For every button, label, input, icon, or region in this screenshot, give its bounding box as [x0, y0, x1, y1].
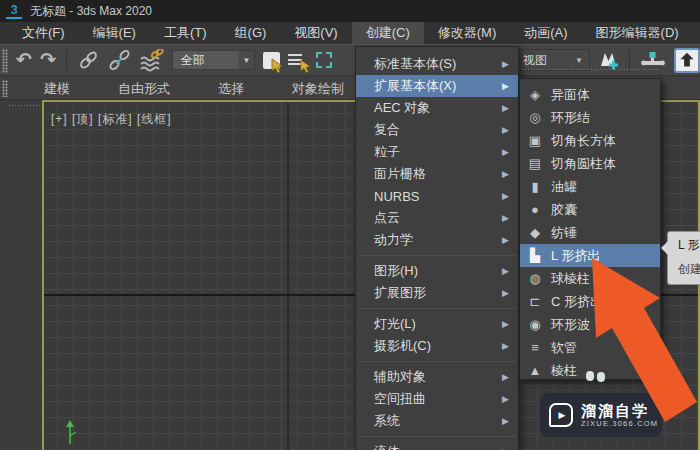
menubar-item[interactable]: 组(G) — [221, 22, 281, 44]
watermark-title: 溜溜自学 — [581, 402, 658, 419]
submenu-item-label: L 形挤出 — [551, 247, 600, 265]
menu-item-label: 空间扭曲 — [374, 390, 426, 408]
select-object-icon[interactable] — [263, 52, 280, 69]
submenu-item-label: 棱柱 — [551, 362, 577, 380]
submenu-item-label: 环形结 — [551, 109, 590, 127]
menu-item-label: AEC 对象 — [374, 99, 430, 117]
watermark-decoration-dot — [586, 371, 594, 381]
extended-primitives-submenu: ◈异面体◎环形结▣切角长方体▤切角圆柱体▮油罐●胶囊◆纺锤▙L 形挤出◍球棱柱⊏… — [519, 78, 661, 380]
3ds-max-logo-icon: 3 — [6, 3, 22, 19]
titlebar: 3 无标题 - 3ds Max 2020 — [0, 0, 700, 22]
create-menu-item[interactable]: 辅助对象▶ — [356, 366, 518, 388]
menu-item-label: 动力学 — [374, 231, 413, 249]
use-pivot-point-button[interactable] — [674, 48, 700, 73]
menu-separator — [358, 361, 516, 362]
create-menu-item[interactable]: 粒子▶ — [356, 141, 518, 163]
create-menu-item[interactable]: NURBS▶ — [356, 185, 518, 207]
submenu-item-label: 软管 — [551, 339, 577, 357]
create-menu-item[interactable]: 摄影机(C)▶ — [356, 335, 518, 357]
c-ext-icon: ⊏ — [527, 294, 543, 309]
submenu-arrow-icon: ▶ — [502, 125, 509, 135]
submenu-item[interactable]: ▮油罐 — [520, 175, 660, 198]
menu-item-label: 点云 — [374, 209, 400, 227]
unlink-selection-icon[interactable] — [108, 49, 131, 72]
undo-icon[interactable]: ↶ — [16, 49, 32, 71]
submenu-item[interactable]: ◉环形波 — [520, 313, 660, 336]
tooltip-description: 创建 — [678, 261, 700, 278]
submenu-item[interactable]: ◈异面体 — [520, 83, 660, 106]
submenu-item[interactable]: ▣切角长方体 — [520, 129, 660, 152]
create-menu-item[interactable]: 图形(H)▶ — [356, 260, 518, 282]
toolbar-overflow-dots — [518, 68, 658, 72]
create-menu-item[interactable]: 面片栅格▶ — [356, 163, 518, 185]
ribbon-tab[interactable]: 选择 — [194, 77, 268, 99]
create-menu-item[interactable]: 点云▶ — [356, 207, 518, 229]
submenu-arrow-icon: ▶ — [502, 235, 509, 245]
rectangular-selection-region-icon[interactable] — [316, 52, 332, 68]
create-menu-item[interactable]: 标准基本体(S)▶ — [356, 53, 518, 75]
create-menu-item[interactable]: AEC 对象▶ — [356, 97, 518, 119]
submenu-arrow-icon: ▶ — [502, 341, 509, 351]
spindle-icon: ◆ — [527, 225, 543, 240]
submenu-item-label: 纺锤 — [551, 224, 577, 242]
menu-separator — [358, 255, 516, 256]
menubar-item[interactable]: 文件(F) — [8, 22, 79, 44]
create-menu-item[interactable]: 灯光(L)▶ — [356, 313, 518, 335]
menubar-item[interactable]: 图形编辑器(D) — [582, 22, 693, 44]
submenu-item[interactable]: ◎环形结 — [520, 106, 660, 129]
ribbon-tab[interactable]: 对象绘制 — [268, 77, 368, 99]
submenu-item[interactable]: ●胶囊 — [520, 198, 660, 221]
selection-filter-value: 全部 — [173, 52, 213, 69]
submenu-item-label: 胶囊 — [551, 201, 577, 219]
submenu-item[interactable]: ▙L 形挤出 — [520, 244, 660, 267]
menubar-item[interactable]: 创建(C) — [352, 22, 424, 44]
toolbar-separator — [66, 49, 67, 71]
submenu-item[interactable]: ▤切角圆柱体 — [520, 152, 660, 175]
menu-item-label: 流体 — [374, 443, 400, 450]
menubar: 文件(F)编辑(E)工具(T)组(G)视图(V)创建(C)修改器(M)动画(A)… — [0, 22, 700, 44]
chamfer-box-icon: ▣ — [527, 133, 543, 148]
select-by-name-icon[interactable] — [288, 52, 308, 69]
select-and-link-icon[interactable] — [77, 49, 100, 72]
menubar-item[interactable]: 视图(V) — [280, 22, 351, 44]
menubar-item[interactable]: 编辑(E) — [79, 22, 150, 44]
menu-item-label: 灯光(L) — [374, 315, 416, 333]
submenu-item[interactable]: ◆纺锤 — [520, 221, 660, 244]
menu-separator — [358, 436, 516, 437]
menu-item-label: 粒子 — [374, 143, 400, 161]
menubar-item[interactable]: 工具(T) — [150, 22, 221, 44]
submenu-arrow-icon: ▶ — [502, 213, 509, 223]
bind-to-space-warp-icon[interactable] — [139, 49, 164, 72]
submenu-item[interactable]: ⊏C 形挤出 — [520, 290, 660, 313]
create-menu-item[interactable]: 扩展基本体(X)▶ — [356, 75, 518, 97]
ribbon-drag-handle[interactable] — [2, 80, 8, 97]
chamfer-cylinder-icon: ▤ — [527, 156, 543, 171]
submenu-item[interactable]: ◍球棱柱 — [520, 267, 660, 290]
menu-item-label: NURBS — [374, 189, 420, 204]
menu-item-label: 标准基本体(S) — [374, 55, 456, 73]
menu-item-label: 面片栅格 — [374, 165, 426, 183]
viewport-label[interactable]: [+] [顶] [标准] [线框] — [51, 111, 172, 128]
ribbon-tab[interactable]: 自由形式 — [94, 77, 194, 99]
submenu-arrow-icon: ▶ — [502, 169, 509, 179]
toolbar-drag-handle[interactable] — [2, 49, 8, 73]
menubar-item[interactable]: 修改器(M) — [424, 22, 511, 44]
create-menu-item[interactable]: 复合▶ — [356, 119, 518, 141]
create-menu-item[interactable]: 流体▶ — [356, 441, 518, 450]
torus-knot-icon: ◎ — [527, 110, 543, 125]
reference-coordinate-value: 视图 — [523, 52, 547, 69]
menubar-item[interactable]: 动画(A) — [510, 22, 581, 44]
create-menu-item[interactable]: 扩展图形▶ — [356, 282, 518, 304]
window-title: 无标题 - 3ds Max 2020 — [30, 3, 152, 20]
l-ext-icon: ▙ — [527, 248, 543, 263]
create-menu-item[interactable]: 空间扭曲▶ — [356, 388, 518, 410]
submenu-item[interactable]: ≡软管 — [520, 336, 660, 359]
selection-filter-dropdown[interactable]: 全部 ▼ — [172, 50, 255, 70]
redo-icon[interactable]: ↷ — [40, 49, 56, 71]
create-menu-item[interactable]: 系统▶ — [356, 410, 518, 432]
play-icon: ▶ — [549, 403, 573, 427]
create-menu-item[interactable]: 动力学▶ — [356, 229, 518, 251]
ribbon-tab[interactable]: 建模 — [20, 77, 94, 99]
submenu-arrow-icon: ▶ — [502, 81, 509, 91]
y-axis-gizmo — [62, 420, 78, 446]
